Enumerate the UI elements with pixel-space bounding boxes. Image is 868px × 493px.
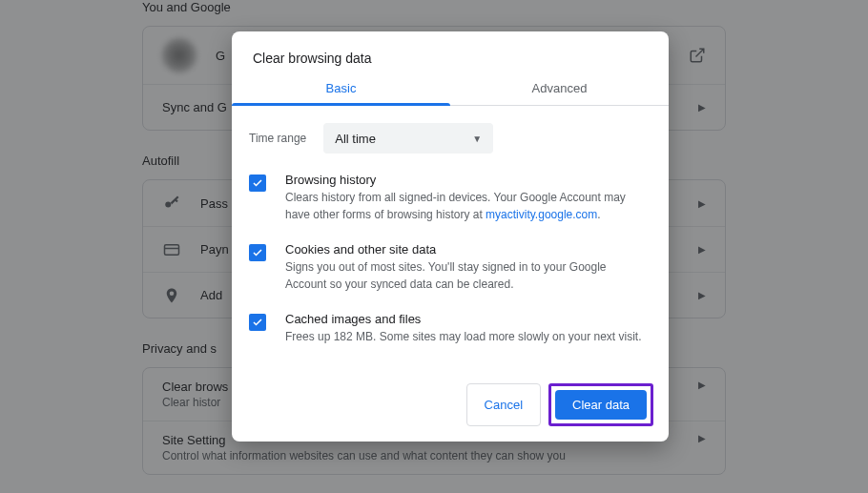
caret-down-icon: ▼ [472, 134, 482, 144]
clear-data-highlight: Clear data [548, 383, 653, 426]
dialog-title: Clear browsing data [232, 31, 669, 81]
checkbox-browsing-history[interactable] [249, 175, 266, 192]
clear-data-button[interactable]: Clear data [555, 390, 647, 420]
dialog-body: Time range All time ▼ Browsing history C… [232, 106, 669, 370]
time-range-select[interactable]: All time ▼ [323, 123, 493, 154]
option-desc: Frees up 182 MB. Some sites may load mor… [285, 328, 641, 345]
cancel-button[interactable]: Cancel [466, 383, 541, 426]
dialog-tabs: Basic Advanced [232, 81, 669, 106]
time-range-label: Time range [249, 132, 306, 145]
tab-advanced[interactable]: Advanced [450, 81, 669, 105]
dialog-footer: Cancel Clear data [232, 370, 669, 442]
option-cached: Cached images and files Frees up 182 MB.… [249, 312, 646, 345]
option-desc: Clears history from all signed-in device… [285, 189, 646, 223]
clear-browsing-data-dialog: Clear browsing data Basic Advanced Time … [232, 31, 669, 442]
time-range-row: Time range All time ▼ [249, 123, 646, 154]
option-title: Cookies and other site data [285, 242, 646, 257]
checkbox-cached[interactable] [249, 314, 266, 331]
option-title: Cached images and files [285, 312, 641, 326]
option-browsing-history: Browsing history Clears history from all… [249, 173, 646, 223]
tab-basic[interactable]: Basic [232, 81, 450, 105]
myactivity-link[interactable]: myactivity.google.com [486, 208, 597, 221]
checkbox-cookies[interactable] [249, 244, 266, 261]
option-cookies: Cookies and other site data Signs you ou… [249, 242, 646, 293]
option-title: Browsing history [285, 173, 646, 187]
option-desc: Signs you out of most sites. You'll stay… [285, 258, 646, 293]
time-range-value: All time [335, 132, 376, 146]
